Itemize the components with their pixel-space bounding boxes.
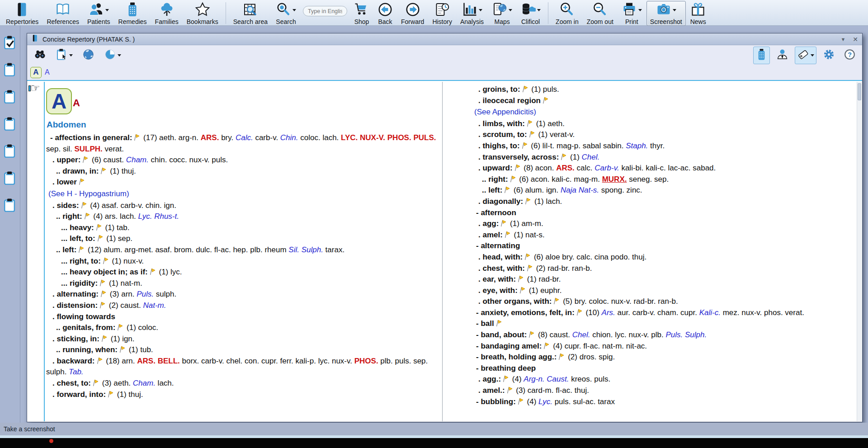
remedy[interactable]: BELL. bbox=[158, 357, 180, 365]
toolbar-button-shop[interactable]: Shop bbox=[350, 1, 373, 26]
toolbar-button-maps[interactable]: Maps bbox=[488, 1, 516, 26]
remedy[interactable]: nat-s. bbox=[525, 231, 545, 239]
toolbar-button-analysis[interactable]: Analysis bbox=[457, 1, 487, 26]
toolbar-button-print[interactable]: Print bbox=[618, 1, 646, 26]
rubric[interactable]: - anxiety, emotions, felt, in: (10) Ars.… bbox=[472, 307, 858, 319]
toolbar-button-zoom-out[interactable]: Zoom out bbox=[583, 1, 617, 26]
rubric-flag-icon[interactable] bbox=[509, 175, 516, 183]
vertical-scrollbar[interactable] bbox=[857, 82, 862, 421]
rubric[interactable]: . chest, with: (2) rad-br. ran-b. bbox=[472, 263, 858, 274]
rubric[interactable]: ... rigidity: (1) nat-m. bbox=[46, 278, 442, 289]
toolbar-button-screenshot[interactable]: Screenshot bbox=[646, 1, 686, 26]
remedy[interactable]: cham. bbox=[657, 308, 678, 317]
remedy[interactable]: calc. bbox=[576, 164, 592, 172]
remedy[interactable]: thyr. bbox=[650, 141, 665, 150]
rubric-flag-icon[interactable] bbox=[521, 85, 528, 93]
rubric-flag-icon[interactable] bbox=[560, 153, 566, 160]
rubric-flag-icon[interactable] bbox=[99, 279, 105, 287]
rubric-flag-icon[interactable] bbox=[96, 235, 103, 242]
window-tool-tags[interactable] bbox=[795, 47, 816, 64]
remedy[interactable]: rheum bbox=[264, 245, 286, 254]
remedy[interactable]: aeth. bbox=[113, 379, 131, 387]
rubric-flag-icon[interactable] bbox=[552, 297, 559, 305]
remedy[interactable]: Staph. bbox=[626, 141, 648, 150]
toolbar-button-search[interactable]: Search bbox=[272, 1, 300, 26]
rubric-flag-icon[interactable] bbox=[500, 220, 506, 227]
rubric[interactable]: - ball bbox=[472, 318, 858, 330]
remedy[interactable]: Caust. bbox=[547, 375, 569, 383]
remedy[interactable]: Ars. bbox=[602, 308, 615, 317]
remedy[interactable]: lach. bbox=[158, 379, 174, 387]
window-minimize-button[interactable]: ▼ bbox=[840, 37, 845, 42]
remedy[interactable]: carb-v. bbox=[120, 201, 143, 210]
remedy[interactable]: ferr. bbox=[280, 357, 293, 365]
toolbar-button-clificol[interactable]: Clificol bbox=[517, 1, 544, 26]
rubric[interactable]: ... left, to: (1) sep. bbox=[46, 233, 442, 245]
toolbar-button-search-area[interactable]: Search area bbox=[230, 1, 271, 26]
remedy[interactable]: ARS. bbox=[201, 133, 219, 142]
sidebar-clipboard-6[interactable] bbox=[3, 170, 17, 186]
remedy[interactable]: kali-bi. bbox=[621, 164, 643, 172]
remedy[interactable]: arg-n. bbox=[179, 133, 198, 142]
dropdown-caret-icon[interactable] bbox=[118, 54, 121, 57]
remedy[interactable]: Rhus-t. bbox=[154, 212, 179, 221]
remedy[interactable]: thuj. bbox=[128, 390, 143, 399]
toolbar-button-families[interactable]: Families bbox=[151, 1, 182, 26]
remedy[interactable]: asaf. bbox=[155, 245, 172, 254]
remedy[interactable]: tarax bbox=[598, 397, 615, 406]
remedy[interactable]: chin. bbox=[151, 156, 167, 164]
rubric[interactable]: . upward: (8) acon. ARS. calc. Carb-v. k… bbox=[472, 163, 858, 174]
remedy[interactable]: Lyc. bbox=[138, 212, 152, 221]
rubric-flag-icon[interactable] bbox=[524, 198, 531, 205]
sidebar-clipboard-2[interactable] bbox=[3, 62, 17, 77]
rubric[interactable]: .. left: (12) alum. arg-met. asaf. brom.… bbox=[46, 245, 442, 256]
remedy[interactable]: kali-c. bbox=[552, 175, 571, 184]
rubric[interactable]: . upper: (6) caust. Cham. chin. cocc. nu… bbox=[46, 155, 442, 166]
remedy[interactable]: puls. bbox=[212, 156, 228, 164]
cross-reference[interactable]: (See Appendicitis) bbox=[472, 107, 858, 118]
toolbar-button-news[interactable]: News bbox=[687, 1, 710, 26]
dropdown-caret-icon[interactable] bbox=[673, 9, 676, 11]
remedy[interactable]: Sulph. bbox=[685, 330, 707, 339]
remedy[interactable]: sulph. bbox=[156, 290, 176, 298]
remedy[interactable]: kali-p. bbox=[296, 357, 316, 365]
remedy[interactable]: plb. bbox=[250, 245, 262, 254]
remedy[interactable]: puls. bbox=[395, 357, 411, 365]
remedy[interactable]: ran-b. bbox=[572, 264, 592, 273]
rubric[interactable]: . sticking, in: (1) ign. bbox=[46, 334, 442, 345]
remedy[interactable]: Cham. bbox=[126, 156, 149, 164]
remedy[interactable]: fl-ac. bbox=[556, 386, 572, 395]
rubric[interactable]: - bubbling: (4) Lyc. puls. sul-ac. tarax bbox=[472, 396, 858, 408]
quick-search-input[interactable] bbox=[303, 6, 347, 16]
sidebar-clipboard-7[interactable] bbox=[3, 198, 17, 213]
toolbar-button-history[interactable]: History bbox=[429, 1, 456, 26]
remedy[interactable]: PULS. bbox=[413, 133, 436, 142]
remedy[interactable]: seneg. bbox=[629, 175, 652, 184]
remedy[interactable]: ran-b. bbox=[658, 297, 678, 306]
rubric-flag-icon[interactable] bbox=[542, 97, 548, 104]
remedy[interactable]: zinc. bbox=[627, 186, 642, 194]
remedy[interactable]: aeth. bbox=[547, 119, 565, 128]
dropdown-caret-icon[interactable] bbox=[811, 54, 814, 57]
remedy[interactable]: LYC. bbox=[341, 133, 358, 142]
sidebar-clipboard-1-checked[interactable] bbox=[3, 35, 17, 50]
remedy[interactable]: coloc. bbox=[138, 323, 158, 332]
remedy[interactable]: borx. bbox=[182, 357, 199, 365]
remedy[interactable]: tarax. bbox=[326, 245, 345, 254]
remedy[interactable]: sabin. bbox=[603, 141, 623, 150]
remedy[interactable]: ign. bbox=[546, 186, 558, 194]
remedy[interactable]: nux-v. bbox=[611, 297, 632, 306]
remedy[interactable]: nit-ac. bbox=[626, 342, 647, 350]
rubric[interactable]: . groins, to: (1) puls. bbox=[472, 84, 858, 95]
rubric-flag-icon[interactable] bbox=[96, 357, 103, 364]
rubric-flag-icon[interactable] bbox=[107, 391, 113, 398]
remedy[interactable]: MURX. bbox=[602, 175, 627, 184]
remedy[interactable]: kreos. bbox=[571, 375, 592, 383]
remedy[interactable]: sul-ac. bbox=[573, 397, 595, 406]
rubric-flag-icon[interactable] bbox=[503, 186, 510, 193]
remedy[interactable]: lyc. bbox=[318, 357, 330, 365]
rubric-flag-icon[interactable] bbox=[100, 335, 107, 342]
remedy[interactable]: brom. bbox=[174, 245, 193, 254]
toolbar-button-back[interactable]: Back bbox=[374, 1, 396, 26]
dropdown-caret-icon[interactable] bbox=[509, 9, 512, 11]
